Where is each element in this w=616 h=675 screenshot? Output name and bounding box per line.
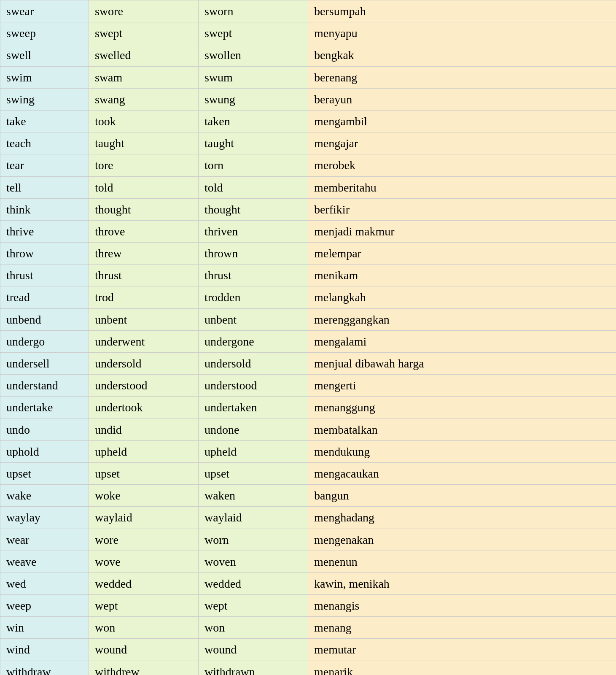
- table-cell: thought: [199, 198, 308, 220]
- table-cell: throve: [89, 220, 199, 242]
- table-row: swearsworeswornbersumpah: [0, 0, 616, 22]
- table-cell: bersumpah: [308, 0, 616, 22]
- table-cell: swear: [0, 0, 89, 22]
- table-cell: mengerti: [308, 375, 616, 397]
- table-cell: wore: [89, 529, 199, 551]
- table-row: undoundidundonemembatalkan: [0, 418, 616, 440]
- table-cell: membatalkan: [308, 418, 616, 440]
- table-cell: melangkah: [308, 286, 616, 308]
- table-cell: won: [89, 617, 199, 639]
- table-cell: woven: [199, 551, 308, 572]
- table-cell: menang: [308, 617, 616, 639]
- table-row: thinkthoughtthoughtberfikir: [0, 198, 616, 220]
- table-cell: wound: [89, 639, 199, 661]
- table-cell: withdrawn: [199, 661, 308, 675]
- table-cell: threw: [89, 243, 199, 265]
- table-cell: underwent: [89, 330, 199, 352]
- table-cell: thrown: [199, 243, 308, 265]
- table-cell: torn: [199, 154, 308, 176]
- table-row: wearworewornmengenakan: [0, 529, 616, 551]
- table-cell: menanggung: [308, 397, 616, 418]
- table-cell: tore: [89, 154, 199, 176]
- table-row: undertakeundertookundertakenmenanggung: [0, 397, 616, 418]
- table-row: undergounderwentundergonemengalami: [0, 330, 616, 352]
- table-cell: told: [89, 176, 199, 198]
- table-cell: wound: [199, 639, 308, 661]
- table-cell: thrust: [89, 265, 199, 286]
- table-row: taketooktakenmengambil: [0, 110, 616, 132]
- table-cell: sworn: [199, 0, 308, 22]
- table-cell: undergone: [199, 330, 308, 352]
- table-row: weepweptweptmenangis: [0, 595, 616, 617]
- table-cell: taken: [199, 110, 308, 132]
- table-cell: throw: [0, 243, 89, 265]
- table-cell: wept: [199, 595, 308, 617]
- table-cell: undid: [89, 418, 199, 440]
- table-cell: wept: [89, 595, 199, 617]
- table-cell: swang: [89, 88, 199, 110]
- table-row: weavewovewovenmenenun: [0, 551, 616, 572]
- table-cell: mengacaukan: [308, 462, 616, 484]
- table-row: waylaywaylaidwaylaidmenghadang: [0, 507, 616, 529]
- table-cell: win: [0, 617, 89, 639]
- table-cell: sweep: [0, 22, 89, 44]
- table-cell: unbent: [199, 308, 308, 330]
- table-row: thrivethrovethrivenmenjadi makmur: [0, 220, 616, 242]
- table-cell: wake: [0, 485, 89, 507]
- table-cell: berfikir: [308, 198, 616, 220]
- table-cell: upheld: [89, 440, 199, 462]
- table-cell: wind: [0, 639, 89, 661]
- table-cell: swum: [199, 66, 308, 88]
- table-row: withdrawwithdrewwithdrawnmenarik: [0, 661, 616, 675]
- table-cell: taught: [89, 132, 199, 154]
- table-row: throwthrewthrownmelempar: [0, 243, 616, 265]
- table-row: thrustthrustthrustmenikam: [0, 265, 616, 286]
- table-cell: menangis: [308, 595, 616, 617]
- table-cell: mengambil: [308, 110, 616, 132]
- table-cell: uphold: [0, 440, 89, 462]
- table-cell: berayun: [308, 88, 616, 110]
- table-cell: undersell: [0, 353, 89, 375]
- table-cell: menyapu: [308, 22, 616, 44]
- table-cell: mengalami: [308, 330, 616, 352]
- table-cell: waken: [199, 485, 308, 507]
- table-cell: swell: [0, 44, 89, 66]
- table-cell: take: [0, 110, 89, 132]
- table-cell: worn: [199, 529, 308, 551]
- table-cell: bangun: [308, 485, 616, 507]
- table-cell: swim: [0, 66, 89, 88]
- table-cell: won: [199, 617, 308, 639]
- table-row: wakewokewakenbangun: [0, 485, 616, 507]
- table-cell: wove: [89, 551, 199, 572]
- table-cell: thrust: [199, 265, 308, 286]
- table-cell: wear: [0, 529, 89, 551]
- table-cell: upset: [199, 462, 308, 484]
- table-cell: withdrew: [89, 661, 199, 675]
- table-cell: teach: [0, 132, 89, 154]
- table-cell: menarik: [308, 661, 616, 675]
- table-cell: wedded: [199, 572, 308, 594]
- table-cell: undo: [0, 418, 89, 440]
- table-row: windwoundwoundmemutar: [0, 639, 616, 661]
- table-cell: woke: [89, 485, 199, 507]
- table-cell: swept: [199, 22, 308, 44]
- table-cell: withdraw: [0, 661, 89, 675]
- table-cell: menghadang: [308, 507, 616, 529]
- table-cell: tread: [0, 286, 89, 308]
- table-cell: mendukung: [308, 440, 616, 462]
- table-row: upholdupheldupheldmendukung: [0, 440, 616, 462]
- table-row: swingswangswungberayun: [0, 88, 616, 110]
- table-cell: swam: [89, 66, 199, 88]
- table-cell: swollen: [199, 44, 308, 66]
- table-cell: memutar: [308, 639, 616, 661]
- table-cell: menjual dibawah harga: [308, 353, 616, 375]
- table-row: teartoretornmerobek: [0, 154, 616, 176]
- table-cell: merobek: [308, 154, 616, 176]
- table-cell: mengajar: [308, 132, 616, 154]
- table-cell: think: [0, 198, 89, 220]
- table-row: sweepsweptsweptmenyapu: [0, 22, 616, 44]
- table-cell: berenang: [308, 66, 616, 88]
- table-cell: took: [89, 110, 199, 132]
- verb-table: swearsworeswornbersumpahsweepsweptsweptm…: [0, 0, 616, 675]
- table-cell: swung: [199, 88, 308, 110]
